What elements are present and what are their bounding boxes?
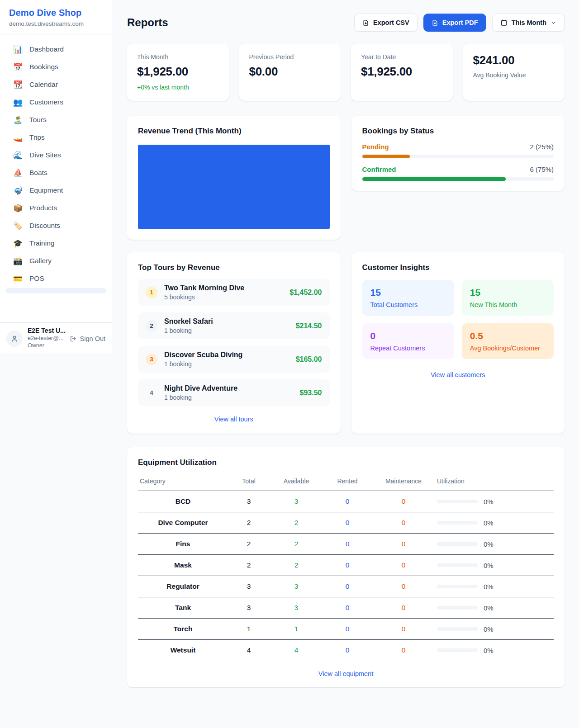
equip-maintenance: 0 (372, 640, 435, 661)
trips-speedboat-icon: 🚤 (13, 134, 23, 142)
utilization-bar (437, 627, 478, 631)
dashboard-chart-icon: 📊 (13, 46, 23, 53)
sidebar-item-label: Discounts (29, 222, 60, 230)
equip-utilization: 0% (435, 597, 554, 619)
shop-domain: demo.test.divestreams.com (9, 20, 103, 27)
sidebar-item-products[interactable]: 📦 Products (5, 200, 106, 216)
utilization-pct: 0% (484, 498, 494, 506)
tour-row: 4 Night Dive Adventure 1 booking $93.50 (138, 379, 330, 406)
equip-rented: 0 (323, 576, 372, 597)
sidebar-item-training[interactable]: 🎓 Training (5, 235, 106, 251)
tile-label: Total Customers (370, 301, 446, 308)
sidebar-item-label: Bookings (29, 63, 58, 71)
equip-rented: 0 (323, 512, 372, 534)
charts-row: Revenue Trend (This Month) Bookings by S… (127, 116, 565, 240)
user-role: Owner (28, 342, 65, 349)
utilization-bar (437, 521, 478, 525)
stat-label: Year to Date (361, 53, 443, 61)
rank-badge: 2 (146, 320, 157, 332)
utilization-bar (437, 585, 478, 588)
status-bar-fill (362, 155, 410, 158)
tile-label: New This Month (470, 301, 546, 308)
tour-row: 3 Discover Scuba Diving 1 booking $165.0… (138, 346, 330, 373)
boats-sailboat-icon: ⛵ (13, 169, 23, 177)
equip-category: Mask (138, 555, 228, 576)
view-all-tours-link[interactable]: View all tours (138, 416, 330, 423)
sidebar-item-reports-partial[interactable] (5, 288, 106, 293)
sidebar-item-label: Trips (29, 133, 45, 142)
sidebar-item-label: Dive Sites (29, 151, 61, 159)
stat-value: $1,925.00 (361, 65, 443, 79)
equip-utilization: 0% (435, 576, 554, 597)
equip-total: 2 (228, 512, 270, 534)
tour-name: Snorkel Safari (164, 317, 213, 326)
view-all-equipment-link[interactable]: View all equipment (138, 670, 554, 677)
file-download-icon (362, 19, 369, 26)
sign-out-button[interactable]: Sign Out (70, 335, 105, 342)
tours-island-icon: 🏝️ (13, 116, 23, 124)
equip-available: 3 (270, 597, 323, 619)
sidebar-item-label: Customers (29, 98, 63, 106)
sidebar-item-label: POS (29, 274, 44, 283)
equip-total: 3 (228, 597, 270, 619)
revenue-trend-card: Revenue Trend (This Month) (127, 116, 341, 240)
sidebar-item-label: Gallery (29, 257, 52, 265)
stat-label: Previous Period (249, 53, 331, 61)
equip-total: 3 (228, 576, 270, 597)
equip-available: 2 (270, 534, 323, 555)
equip-utilization: 0% (435, 491, 554, 512)
sidebar-item-dashboard[interactable]: 📊 Dashboard (5, 41, 106, 57)
period-dropdown[interactable]: This Month (492, 14, 565, 32)
sidebar-item-tours[interactable]: 🏝️ Tours (5, 112, 106, 128)
calendar-icon (500, 19, 508, 26)
person-icon (10, 335, 19, 343)
export-pdf-button[interactable]: Export PDF (423, 14, 486, 32)
table-row: BCD 3 3 0 0 0% (138, 491, 554, 512)
sidebar-item-label: Boats (29, 169, 47, 177)
table-row: Wetsuit 4 4 0 0 0% (138, 640, 554, 661)
main-content: Reports Export CSV Expor (113, 0, 579, 708)
utilization-pct: 0% (484, 604, 494, 612)
table-row: Dive Computer 2 2 0 0 0% (138, 512, 554, 534)
sidebar-item-label: Dashboard (29, 45, 64, 53)
equipment-table: Category Total Available Rented Maintena… (138, 474, 554, 661)
equip-category: Torch (138, 619, 228, 640)
chevron-down-icon (551, 20, 556, 26)
sidebar-item-customers[interactable]: 👥 Customers (5, 94, 106, 110)
sidebar-item-calendar[interactable]: 📆 Calendar (5, 76, 106, 93)
bookings-by-status-title: Bookings by Status (362, 127, 554, 136)
period-label: This Month (512, 19, 546, 26)
insight-tiles: 15 Total Customers 15 New This Month 0 R… (362, 280, 554, 359)
tour-bookings: 1 booking (164, 394, 237, 401)
sidebar-item-equipment[interactable]: 🤿 Equipment (5, 182, 106, 199)
sidebar-item-pos[interactable]: 💳 POS (5, 270, 106, 287)
avatar (6, 331, 23, 347)
stat-value: $0.00 (249, 65, 331, 79)
export-csv-button[interactable]: Export CSV (354, 14, 418, 32)
equip-available: 2 (270, 512, 323, 534)
sidebar-item-dive-sites[interactable]: 🌊 Dive Sites (5, 147, 106, 163)
equip-rented: 0 (323, 640, 372, 661)
sidebar-item-trips[interactable]: 🚤 Trips (5, 129, 106, 146)
sidebar-item-discounts[interactable]: 🏷️ Discounts (5, 217, 106, 234)
sidebar-item-gallery[interactable]: 📸 Gallery (5, 253, 106, 269)
equip-utilization: 0% (435, 640, 554, 661)
file-download-icon (432, 19, 438, 26)
equip-maintenance: 0 (372, 597, 435, 619)
user-name: E2E Test U... (28, 327, 65, 334)
sidebar-item-boats[interactable]: ⛵ Boats (5, 165, 106, 181)
tour-name: Two Tank Morning Dive (164, 284, 244, 292)
equip-maintenance: 0 (372, 555, 435, 576)
sidebar-item-bookings[interactable]: 📅 Bookings (5, 59, 106, 75)
utilization-pct: 0% (484, 540, 494, 548)
tile-label: Avg Bookings/Customer (470, 345, 546, 352)
tour-bookings: 1 booking (164, 327, 213, 334)
user-meta: E2E Test U... e2e-tester@... Owner (28, 327, 65, 349)
top-tours-title: Top Tours by Revenue (138, 263, 330, 272)
equip-available: 4 (270, 640, 323, 661)
view-all-customers-link[interactable]: View all customers (362, 371, 554, 378)
tile-repeat-customers: 0 Repeat Customers (362, 323, 454, 359)
sidebar-item-label: Calendar (29, 80, 58, 89)
status-bar-track (362, 177, 554, 181)
stat-card-this-month: This Month $1,925.00 +0% vs last month (127, 44, 229, 101)
